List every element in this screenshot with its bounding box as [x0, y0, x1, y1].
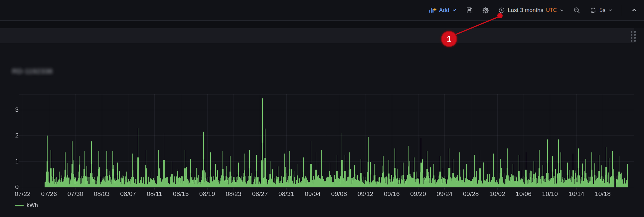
legend-series-label: kWh: [27, 202, 38, 209]
x-tick-label: 09/28: [463, 190, 479, 198]
x-tick-label: 08/31: [278, 190, 294, 198]
refresh-picker[interactable]: 5s: [589, 7, 613, 14]
y-tick-label: 3: [0, 106, 19, 113]
x-tick-label: 07/22: [15, 190, 31, 198]
toolbar-divider: [622, 5, 622, 16]
dashboard-toolbar: Add Last 3 months: [0, 0, 644, 21]
magnifier-minus-icon: [573, 7, 580, 14]
panel-drag-handle-icon[interactable]: [631, 31, 636, 42]
zoom-out-time-button[interactable]: [573, 7, 580, 14]
dashboard-settings-button[interactable]: [482, 7, 489, 14]
x-tick-label: 07/26: [41, 190, 57, 198]
x-tick-label: 10/10: [542, 190, 558, 198]
chevron-down-icon: [452, 8, 457, 13]
collapse-toolbar-button[interactable]: [631, 7, 637, 13]
energy-time-series-plot[interactable]: [0, 0, 644, 217]
annotation-step-number: 1: [447, 35, 451, 44]
chevron-down-icon: [608, 8, 613, 13]
panel-title[interactable]: RD-1192338: [12, 67, 53, 75]
grafana-dashboard: Add Last 3 months: [0, 0, 644, 217]
x-tick-label: 09/24: [437, 190, 453, 198]
series-color-swatch: [15, 205, 24, 206]
legend-item-kwh[interactable]: kWh: [15, 202, 38, 209]
x-tick-label: 10/06: [516, 190, 532, 198]
x-tick-label: 07/30: [68, 190, 83, 198]
x-tick-label: 08/15: [173, 190, 189, 198]
chevron-up-icon: [631, 7, 637, 13]
x-tick-label: 09/12: [358, 190, 374, 198]
y-tick-label: 0: [0, 183, 19, 191]
bar-chart-plus-icon: [428, 6, 436, 14]
y-tick-label: 1: [0, 158, 19, 165]
annotation-step-marker: 1: [441, 31, 457, 47]
x-tick-label: 08/19: [199, 190, 215, 198]
sync-arrows-icon: [589, 7, 597, 14]
x-tick-label: 08/27: [252, 190, 268, 198]
refresh-interval-label: 5s: [599, 7, 605, 14]
x-tick-label: 08/03: [94, 190, 110, 198]
x-tick-label: 09/04: [305, 190, 321, 198]
x-tick-label: 09/08: [331, 190, 347, 198]
time-range-picker[interactable]: Last 3 months UTC: [498, 7, 564, 14]
add-panel-button[interactable]: Add: [428, 6, 457, 14]
save-dashboard-button[interactable]: [466, 7, 473, 14]
x-tick-label: 09/16: [384, 190, 400, 198]
x-tick-label: 10/14: [568, 190, 584, 198]
add-button-label: Add: [439, 7, 449, 14]
x-tick-label: 09/20: [410, 190, 426, 198]
x-tick-label: 08/07: [120, 190, 136, 198]
x-tick-label: 10/18: [595, 190, 611, 198]
chevron-down-icon: [560, 8, 564, 13]
x-tick-label: 08/11: [147, 190, 162, 198]
timezone-label: UTC: [546, 7, 557, 13]
y-tick-label: 2: [0, 132, 19, 139]
floppy-disk-icon: [466, 7, 473, 14]
time-range-label: Last 3 months: [508, 7, 543, 14]
x-tick-label: 08/23: [226, 190, 242, 198]
x-tick-label: 10/02: [489, 190, 505, 198]
gear-icon: [482, 7, 489, 14]
clock-icon: [498, 7, 505, 14]
